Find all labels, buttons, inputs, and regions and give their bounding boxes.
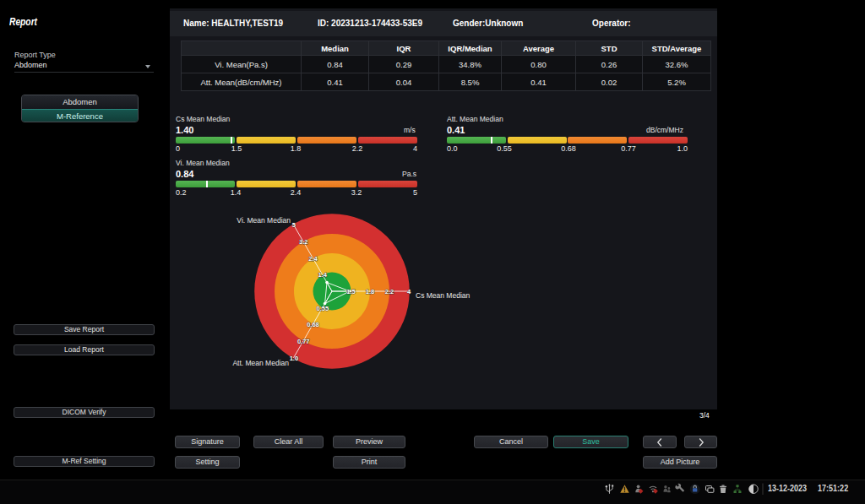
- svg-text:3.2: 3.2: [299, 238, 307, 246]
- svg-text:1.5: 1.5: [346, 288, 355, 295]
- svg-text:Att. Mean Median: Att. Mean Median: [232, 359, 289, 367]
- svg-text:0.55: 0.55: [316, 305, 329, 312]
- svg-text:Vi. Mean Median: Vi. Mean Median: [237, 216, 291, 225]
- svg-text:5: 5: [292, 221, 296, 229]
- svg-text:1.0: 1.0: [290, 355, 298, 362]
- svg-text:0.77: 0.77: [297, 338, 310, 345]
- svg-text:2.4: 2.4: [308, 255, 318, 263]
- svg-text:1.4: 1.4: [318, 271, 328, 279]
- svg-text:2.2: 2.2: [385, 288, 394, 295]
- svg-text:4: 4: [407, 288, 411, 295]
- svg-text:Cs Mean Median: Cs Mean Median: [416, 291, 471, 300]
- svg-text:1.8: 1.8: [366, 288, 374, 295]
- svg-text:0.68: 0.68: [307, 321, 319, 328]
